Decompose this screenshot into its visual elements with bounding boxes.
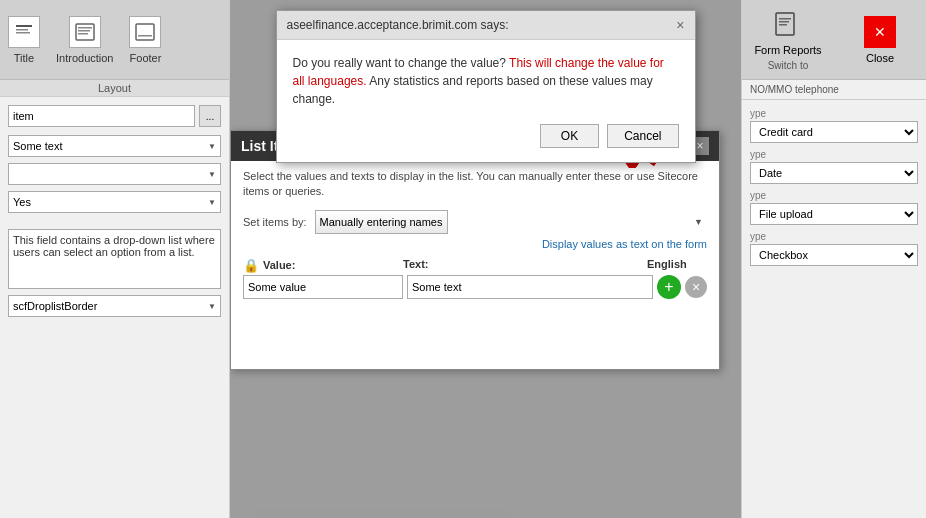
title-label: Title — [14, 52, 34, 64]
svg-rect-12 — [779, 24, 787, 26]
item2-select-row: File upload — [750, 203, 918, 225]
set-items-select-wrap: Manually entering names ▼ — [315, 210, 707, 234]
footer-icon — [129, 16, 161, 48]
set-items-arrow-icon: ▼ — [694, 217, 703, 227]
delete-row-button[interactable]: × — [685, 276, 707, 298]
item3-select[interactable]: Checkbox — [750, 244, 918, 266]
svg-rect-3 — [76, 24, 94, 40]
form-reports-icon — [772, 8, 804, 40]
right-panel-item-3: ype Checkbox — [750, 231, 918, 266]
item2-select[interactable]: File upload — [750, 203, 918, 225]
alert-cancel-button[interactable]: Cancel — [607, 124, 678, 148]
toolbar-item-footer[interactable]: Footer — [129, 16, 161, 64]
item1-select-row: Date — [750, 162, 918, 184]
value-input[interactable] — [243, 275, 403, 299]
item3-select-row: Checkbox — [750, 244, 918, 266]
layout-label: Layout — [0, 80, 229, 97]
alert-buttons: OK Cancel — [293, 124, 679, 148]
footer-label: Footer — [130, 52, 162, 64]
toolbar-item-title[interactable]: Title — [8, 16, 40, 64]
dropdown3-arrow-icon: ▼ — [208, 302, 216, 311]
sidebar-dropdown-spacer[interactable]: ▼ — [8, 163, 221, 185]
sidebar-dots-button[interactable]: ... — [199, 105, 221, 127]
dialog-body: Select the values and texts to display i… — [231, 161, 719, 307]
right-panel-item-0: ype Credit card — [750, 108, 918, 143]
dialog-description: Select the values and texts to display i… — [243, 169, 707, 200]
alert-ok-button[interactable]: OK — [540, 124, 599, 148]
dropdown1-value: Some text — [13, 140, 63, 152]
sidebar-input-row: ... — [8, 105, 221, 127]
item0-type-label: ype — [750, 108, 918, 119]
dropdown1-arrow-icon: ▼ — [208, 142, 216, 151]
form-reports-button[interactable]: Form Reports Switch to — [742, 0, 834, 79]
svg-rect-11 — [779, 21, 789, 23]
dropdown-spacer-arrow-icon: ▼ — [208, 170, 216, 179]
alert-body: Do you really want to change the value? … — [277, 40, 695, 162]
sidebar-dropdown2[interactable]: Yes ▼ — [8, 191, 221, 213]
svg-rect-0 — [16, 25, 32, 27]
introduction-icon — [69, 16, 101, 48]
alert-message: Do you really want to change the value? … — [293, 54, 679, 108]
item1-select[interactable]: Date — [750, 162, 918, 184]
alert-close-button[interactable]: × — [676, 17, 684, 33]
introduction-label: Introduction — [56, 52, 113, 64]
lock-icon: 🔒 — [243, 258, 259, 273]
sidebar-dropdown1[interactable]: Some text ▼ — [8, 135, 221, 157]
sidebar-dropdown3[interactable]: scfDroplistBorder ▼ — [8, 295, 221, 317]
list-table-header: 🔒 Value: Text: English — [243, 258, 707, 273]
sidebar-description-text: This field contains a drop-down list whe… — [8, 229, 221, 289]
list-cell-value — [243, 275, 403, 299]
set-items-select[interactable]: Manually entering names — [315, 210, 448, 234]
left-sidebar: Title Introduction Footer Layout ... Som… — [0, 0, 230, 518]
alert-dialog: aseelfinance.acceptance.brimit.com says:… — [276, 10, 696, 163]
sidebar-item-input[interactable] — [8, 105, 195, 127]
item1-type-label: ype — [750, 149, 918, 160]
svg-rect-2 — [16, 32, 30, 34]
form-reports-label: Form Reports — [754, 44, 821, 56]
dropdown2-arrow-icon: ▼ — [208, 198, 216, 207]
alert-domain-title: aseelfinance.acceptance.brimit.com says: — [287, 18, 509, 32]
text-input[interactable] — [407, 275, 653, 299]
right-panel-phone-text: NO/MMO telephone — [742, 80, 926, 100]
item0-select[interactable]: Credit card — [750, 121, 918, 143]
right-panel-items: ype Credit card ype Date ype File upload — [742, 104, 926, 276]
list-cell-text — [407, 275, 653, 299]
list-row: + × — [243, 275, 707, 299]
svg-rect-8 — [138, 35, 152, 37]
dropdown2-value: Yes — [13, 196, 31, 208]
alert-titlebar: aseelfinance.acceptance.brimit.com says:… — [277, 11, 695, 40]
switch-to-label: Switch to — [768, 60, 809, 71]
dropdown3-value: scfDroplistBorder — [13, 300, 97, 312]
svg-rect-6 — [78, 33, 88, 35]
sidebar-toolbar: Title Introduction Footer — [0, 0, 229, 80]
svg-rect-5 — [78, 30, 90, 32]
svg-rect-1 — [16, 29, 28, 31]
main-area: List Items □ × Select the values and tex… — [230, 0, 741, 518]
close-label: Close — [866, 52, 894, 64]
sidebar-content: ... Some text ▼ ▼ Yes ▼ This field conta… — [0, 97, 229, 331]
svg-rect-7 — [136, 24, 154, 40]
add-row-button[interactable]: + — [657, 275, 681, 299]
right-panel-item-2: ype File upload — [750, 190, 918, 225]
close-icon: ✕ — [864, 16, 896, 48]
display-values-link[interactable]: Display values as text on the form — [243, 238, 707, 250]
right-panel: Form Reports Switch to ✕ Close NO/MMO te… — [741, 0, 926, 518]
alert-msg-part1: Do you really want to change the value? — [293, 56, 510, 70]
item3-type-label: ype — [750, 231, 918, 242]
svg-rect-4 — [78, 27, 92, 29]
set-items-label: Set items by: — [243, 216, 307, 228]
item2-type-label: ype — [750, 190, 918, 201]
item0-select-row: Credit card — [750, 121, 918, 143]
close-button[interactable]: ✕ Close — [834, 0, 926, 79]
set-items-row: Set items by: Manually entering names ▼ — [243, 210, 707, 234]
col-english-header: English — [647, 258, 707, 273]
svg-rect-10 — [779, 18, 791, 20]
title-icon — [8, 16, 40, 48]
col-value-header: 🔒 Value: — [243, 258, 403, 273]
col-text-header: Text: — [403, 258, 647, 273]
right-panel-toolbar: Form Reports Switch to ✕ Close — [742, 0, 926, 80]
toolbar-item-introduction[interactable]: Introduction — [56, 16, 113, 64]
right-panel-item-1: ype Date — [750, 149, 918, 184]
